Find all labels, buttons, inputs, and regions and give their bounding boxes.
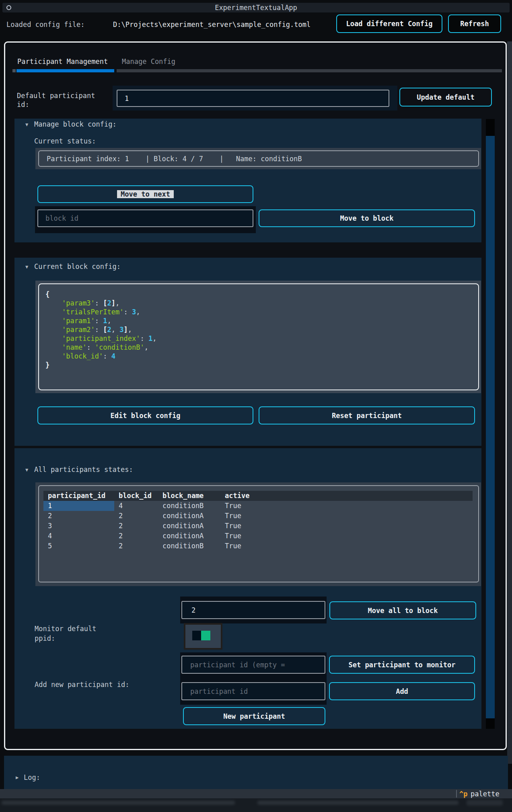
move-to-next-label: Move to next xyxy=(117,190,174,198)
table-rows: 14conditionBTrue22conditionATrue32condit… xyxy=(43,501,473,551)
scrollbar-track-top xyxy=(486,119,495,136)
column-header-participant_id[interactable]: participant_id xyxy=(43,491,114,501)
blurred-icons xyxy=(467,800,503,806)
log-section: ▶ Log: xyxy=(4,756,508,790)
table-row[interactable]: 42conditionATrue xyxy=(43,531,473,541)
scrollbar-track-bottom xyxy=(486,718,495,729)
loaded-config-label: Loaded config file: xyxy=(6,21,84,29)
background-taskbar xyxy=(0,798,512,812)
collapse-arrow-icon[interactable]: ▶ xyxy=(16,775,19,780)
collapse-arrow-icon[interactable]: ▼ xyxy=(25,122,28,127)
table-cell[interactable]: 2 xyxy=(114,531,158,541)
move-all-block-input[interactable] xyxy=(181,601,325,619)
collapse-arrow-icon[interactable]: ▼ xyxy=(25,264,28,270)
config-line: 'block_id': 4 xyxy=(45,352,156,361)
move-to-next-button[interactable]: Move to next xyxy=(37,185,253,203)
manage-block-title[interactable]: Manage block config: xyxy=(34,120,117,128)
config-line: } xyxy=(45,361,156,369)
current-status-label: Current status: xyxy=(34,137,96,145)
new-participant-button[interactable]: New participant xyxy=(183,707,325,725)
table-row[interactable]: 52conditionBTrue xyxy=(43,541,473,551)
table-cell[interactable]: conditionA xyxy=(158,511,220,521)
update-default-button[interactable]: Update default xyxy=(399,88,492,107)
table-cell[interactable]: 5 xyxy=(43,541,114,551)
tab-participant-management[interactable]: Participant Management xyxy=(17,57,108,66)
config-line: 'param1': 1, xyxy=(45,316,156,325)
collapse-arrow-icon[interactable]: ▼ xyxy=(25,467,28,473)
block-id-input[interactable] xyxy=(37,209,253,227)
move-all-to-block-button[interactable]: Move all to block xyxy=(329,601,476,619)
block-config-panel: { 'param3': [2], 'trialsPerItem': 3, 'pa… xyxy=(35,281,481,393)
palette-action-label[interactable]: palette xyxy=(471,789,500,798)
table-header-row: participant_idblock_idblock_nameactive xyxy=(43,491,473,501)
participants-title[interactable]: All participants states: xyxy=(34,465,133,474)
table-cell[interactable]: 4 xyxy=(114,501,158,511)
window-edge xyxy=(507,41,512,764)
table-cell[interactable]: True xyxy=(220,541,473,551)
config-line: 'param3': [2], xyxy=(45,299,156,308)
tab-strip-line xyxy=(117,69,502,72)
main-panel: Participant Management Manage Config Def… xyxy=(4,41,507,750)
table-cell[interactable]: 3 xyxy=(43,521,114,531)
footer-bar: ^p palette xyxy=(0,789,512,798)
table-row[interactable]: 32conditionATrue xyxy=(43,521,473,531)
participants-section: ▼ All participants states: participant_i… xyxy=(14,448,481,729)
status-panel: Participant index: 1 | Block: 4 / 7 | Na… xyxy=(35,148,481,169)
table-cell[interactable]: True xyxy=(220,521,473,531)
default-participant-input[interactable] xyxy=(117,90,389,107)
table-cell[interactable]: 2 xyxy=(114,521,158,531)
table-cell[interactable]: True xyxy=(220,531,473,541)
log-title[interactable]: Log: xyxy=(24,773,40,781)
tab-manage-config[interactable]: Manage Config xyxy=(122,57,175,66)
block-config-box: { 'param3': [2], 'trialsPerItem': 3, 'pa… xyxy=(38,283,479,390)
current-block-title[interactable]: Current block config: xyxy=(34,262,121,271)
footer-separator xyxy=(456,790,457,798)
blurred-text xyxy=(257,801,459,805)
table-cell[interactable]: conditionA xyxy=(158,521,220,531)
edit-block-config-button[interactable]: Edit block config xyxy=(37,406,253,424)
table-cell[interactable]: True xyxy=(220,501,473,511)
app-title: ExperimentTextualApp xyxy=(2,3,510,12)
add-button[interactable]: Add xyxy=(329,682,475,700)
switch-knob-dark xyxy=(192,631,201,640)
table-cell[interactable]: 2 xyxy=(114,511,158,521)
config-line: { xyxy=(45,290,156,299)
column-header-active[interactable]: active xyxy=(220,491,473,501)
title-bar: ExperimentTextualApp xyxy=(2,3,510,12)
participants-table[interactable]: participant_idblock_idblock_nameactive 1… xyxy=(38,485,479,582)
config-line: 'param2': [2, 3], xyxy=(45,325,156,334)
add-participant-label: Add new participant id: xyxy=(35,681,129,689)
refresh-button[interactable]: Refresh xyxy=(448,14,501,33)
table-cell[interactable]: True xyxy=(220,511,473,521)
blurred-text xyxy=(2,801,235,805)
monitor-participant-input[interactable] xyxy=(181,656,325,674)
manage-block-section: ▼ Manage block config: Current status: P… xyxy=(14,119,481,242)
column-header-block_id[interactable]: block_id xyxy=(114,491,158,501)
column-header-block_name[interactable]: block_name xyxy=(158,491,220,501)
load-different-config-button[interactable]: Load different Config xyxy=(336,14,442,33)
table-cell[interactable]: conditionA xyxy=(158,531,220,541)
palette-key-hint[interactable]: ^p xyxy=(459,789,467,798)
table-cell[interactable]: 2 xyxy=(43,511,114,521)
move-to-block-button[interactable]: Move to block xyxy=(259,209,475,227)
add-participant-input[interactable] xyxy=(181,682,325,700)
table-cell[interactable]: 2 xyxy=(114,541,158,551)
table-cell[interactable]: 4 xyxy=(43,531,114,541)
vertical-scrollbar[interactable] xyxy=(486,119,495,729)
reset-participant-button[interactable]: Reset participant xyxy=(259,406,475,424)
table-row[interactable]: 22conditionATrue xyxy=(43,511,473,521)
config-line: 'trialsPerItem': 3, xyxy=(45,308,156,316)
set-participant-monitor-button[interactable]: Set participant to monitor xyxy=(329,656,475,674)
tab-strip-nub xyxy=(12,69,16,72)
switch-knob-green xyxy=(201,631,210,640)
table-cell[interactable]: conditionB xyxy=(158,501,220,511)
monitor-ppid-label: Monitor default ppid: xyxy=(35,624,105,643)
config-line: 'participant_index': 1, xyxy=(45,334,156,343)
table-row[interactable]: 14conditionBTrue xyxy=(43,501,473,511)
switch-track xyxy=(185,625,221,648)
config-file-path: D:\Projects\experiment_server\sample_con… xyxy=(113,21,310,29)
participants-table-panel: participant_idblock_idblock_nameactive 1… xyxy=(35,482,481,586)
table-cell[interactable]: 1 xyxy=(43,501,114,511)
table-cell[interactable]: conditionB xyxy=(158,541,220,551)
monitor-ppid-switch[interactable] xyxy=(184,623,222,650)
